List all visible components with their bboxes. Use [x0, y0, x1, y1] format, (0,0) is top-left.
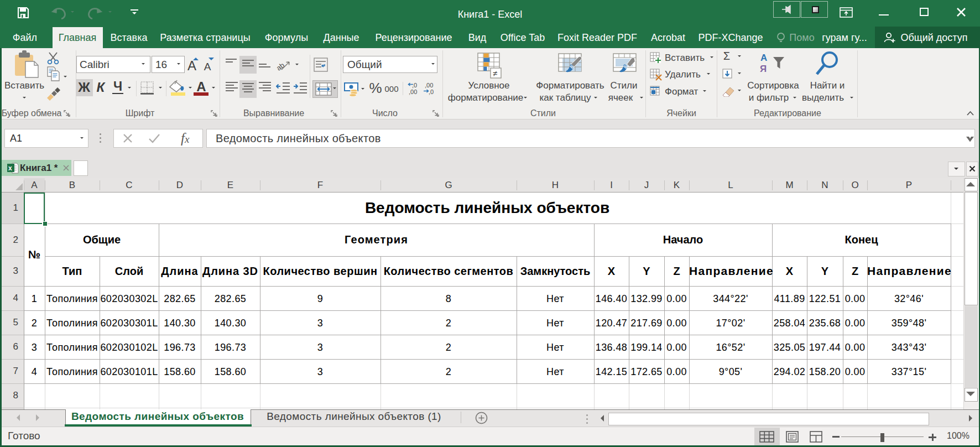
svg-text:≠: ≠	[493, 69, 497, 78]
svg-text:Я: Я	[760, 64, 767, 74]
svg-text:А: А	[760, 53, 767, 63]
svg-text:x: x	[8, 164, 12, 172]
